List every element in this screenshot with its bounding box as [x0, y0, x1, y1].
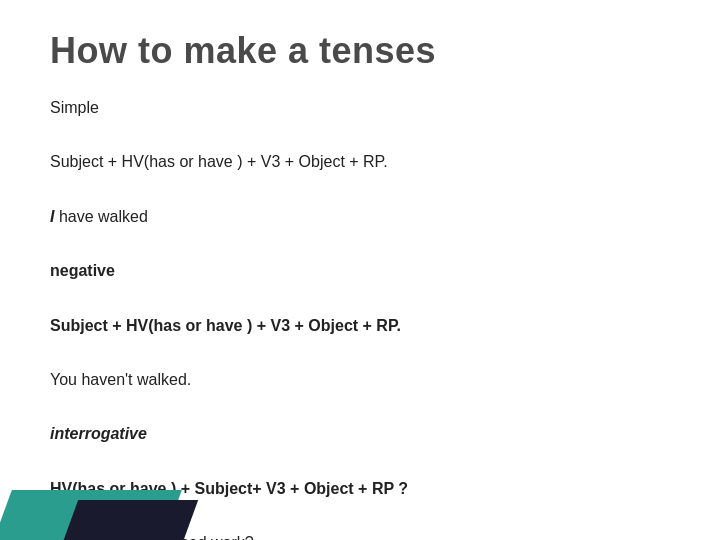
line3-have-walked: have walked — [54, 208, 147, 225]
line-you-havent: You haven't walked. — [50, 366, 670, 393]
bottom-decoration — [0, 470, 200, 540]
page-container: How to make a tenses Simple Subject + HV… — [0, 0, 720, 540]
line-negative: negative — [50, 257, 670, 284]
line-simple: Simple — [50, 94, 670, 121]
deco-dark-shape — [60, 500, 198, 540]
line-i-have-walked: I have walked — [50, 203, 670, 230]
line-interrogative: interrogative — [50, 420, 670, 447]
line-subject-negative: Subject + HV(has or have ) + V3 + Object… — [50, 312, 670, 339]
page-title: How to make a tenses — [50, 30, 670, 72]
line-subject-simple: Subject + HV(has or have ) + V3 + Object… — [50, 148, 670, 175]
